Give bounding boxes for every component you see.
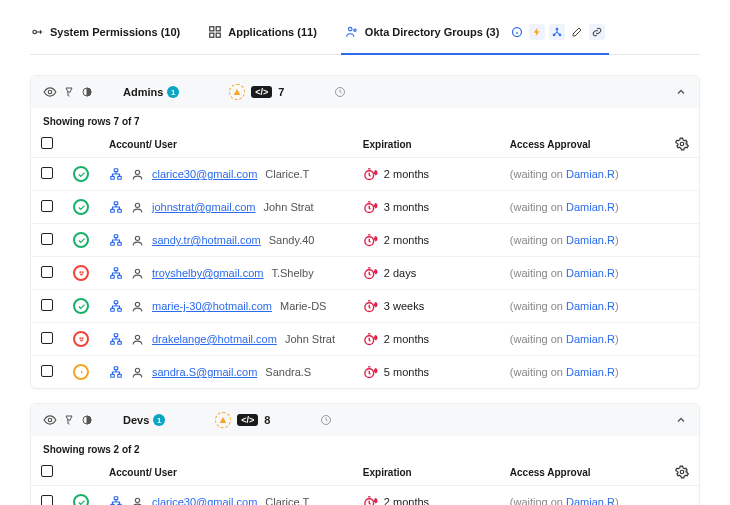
svg-rect-36 — [111, 275, 115, 278]
sitemap-icon — [109, 167, 123, 181]
table-row: marie-j-30@hotmail.com Marie-DS 3 weeks … — [31, 290, 699, 323]
approver-name[interactable]: Damian.R — [566, 168, 615, 180]
svg-rect-2 — [216, 27, 220, 31]
account-email[interactable]: sandy.tr@hotmail.com — [152, 234, 261, 246]
svg-rect-3 — [210, 33, 214, 37]
collapse-chevron-icon[interactable] — [675, 414, 687, 426]
eye-icon[interactable] — [43, 413, 57, 427]
settings-gear-icon[interactable] — [675, 137, 689, 151]
row-checkbox[interactable] — [41, 233, 53, 245]
account-email[interactable]: marie-j-30@hotmail.com — [152, 300, 272, 312]
svg-point-68 — [135, 498, 139, 502]
status-icon — [73, 298, 89, 314]
tab-label: Okta Directory Groups (3) — [365, 26, 499, 38]
account-username: Clarice.T — [265, 168, 309, 180]
account-email[interactable]: drakelange@hotmail.com — [152, 333, 277, 345]
sitemap-icon — [109, 266, 123, 280]
account-username: John Strat — [263, 201, 313, 213]
svg-point-0 — [33, 30, 37, 34]
tab-system-permissions[interactable]: System Permissions (10) — [30, 21, 180, 47]
status-icon — [73, 494, 89, 505]
row-checkbox[interactable] — [41, 495, 53, 505]
expiration-icon — [363, 299, 378, 314]
expiration-value: 3 weeks — [384, 300, 424, 312]
expiration-icon — [363, 365, 378, 380]
node-icon[interactable] — [549, 24, 565, 40]
svg-point-34 — [82, 272, 83, 273]
svg-rect-37 — [118, 275, 122, 278]
person-icon — [131, 366, 144, 379]
approver-name[interactable]: Damian.R — [566, 496, 615, 505]
account-username: Marie-DS — [280, 300, 326, 312]
tab-okta-groups[interactable]: Okta Directory Groups (3) — [345, 20, 605, 48]
svg-rect-42 — [111, 308, 115, 311]
svg-point-58 — [135, 368, 139, 372]
status-icon — [73, 265, 89, 281]
group-section: Devs 1 </> 8 Showing rows 2 of 2 — [30, 403, 700, 505]
account-email[interactable]: clarice30@gmail.com — [152, 496, 257, 505]
table-row: clarice30@gmail.com Clarice.T 2 months (… — [31, 486, 699, 506]
svg-point-18 — [135, 170, 139, 174]
account-email[interactable]: troyshelby@gmail.com — [152, 267, 263, 279]
row-checkbox[interactable] — [41, 299, 53, 311]
row-checkbox[interactable] — [41, 167, 53, 179]
approver-name[interactable]: Damian.R — [566, 366, 615, 378]
expiration-value: 2 months — [384, 234, 429, 246]
account-email[interactable]: johnstrat@gmail.com — [152, 201, 255, 213]
code-badge: </> — [237, 414, 258, 426]
table-row: sandy.tr@hotmail.com Sandy.40 2 months (… — [31, 224, 699, 257]
svg-point-26 — [374, 205, 375, 206]
group-name-label: Admins — [123, 86, 163, 98]
person-icon — [131, 168, 144, 181]
approver-name[interactable]: Damian.R — [566, 333, 615, 345]
account-email[interactable]: clarice30@gmail.com — [152, 168, 257, 180]
svg-point-40 — [374, 271, 375, 272]
row-checkbox[interactable] — [41, 200, 53, 212]
tab-applications[interactable]: Applications (11) — [208, 21, 317, 47]
table-row: drakelange@hotmail.com John Strat 2 mont… — [31, 323, 699, 356]
svg-point-52 — [135, 335, 139, 339]
table-row: troyshelby@gmail.com T.Shelby 2 days (wa… — [31, 257, 699, 290]
code-count: 8 — [264, 414, 270, 426]
select-all-checkbox[interactable] — [41, 465, 53, 477]
svg-point-38 — [135, 269, 139, 273]
warning-icon[interactable] — [215, 412, 231, 428]
top-tabs: System Permissions (10) Applications (11… — [30, 20, 700, 55]
svg-rect-28 — [111, 242, 115, 245]
row-checkbox[interactable] — [41, 332, 53, 344]
account-email[interactable]: sandra.S@gmail.com — [152, 366, 257, 378]
approver-name[interactable]: Damian.R — [566, 234, 615, 246]
svg-rect-65 — [114, 497, 118, 500]
svg-point-48 — [82, 338, 83, 339]
group-table: Account/ User Expiration Access Approval… — [31, 131, 699, 388]
account-username: Sandra.S — [265, 366, 311, 378]
column-approval: Access Approval — [500, 459, 665, 486]
select-all-checkbox[interactable] — [41, 137, 53, 149]
collapse-chevron-icon[interactable] — [675, 86, 687, 98]
warning-icon[interactable] — [229, 84, 245, 100]
svg-rect-41 — [114, 301, 118, 304]
approver-name[interactable]: Damian.R — [566, 201, 615, 213]
row-checkbox[interactable] — [41, 365, 53, 377]
filter-icon[interactable] — [63, 414, 75, 426]
svg-point-6 — [354, 29, 356, 31]
svg-rect-21 — [114, 202, 118, 205]
status-icon — [73, 331, 89, 347]
approver-name[interactable]: Damian.R — [566, 267, 615, 279]
status-icon — [73, 166, 89, 182]
svg-rect-16 — [111, 176, 115, 179]
svg-point-30 — [135, 236, 139, 240]
settings-gear-icon[interactable] — [675, 465, 689, 479]
expiration-icon — [363, 495, 378, 506]
approver-name[interactable]: Damian.R — [566, 300, 615, 312]
edit-icon[interactable] — [569, 24, 585, 40]
account-username: Sandy.40 — [269, 234, 315, 246]
contrast-icon[interactable] — [81, 414, 93, 426]
eye-icon[interactable] — [43, 85, 57, 99]
bolt-icon[interactable] — [529, 24, 545, 40]
filter-icon[interactable] — [63, 86, 75, 98]
row-checkbox[interactable] — [41, 266, 53, 278]
contrast-icon[interactable] — [81, 86, 93, 98]
info-icon[interactable] — [509, 24, 525, 40]
link-icon[interactable] — [589, 24, 605, 40]
